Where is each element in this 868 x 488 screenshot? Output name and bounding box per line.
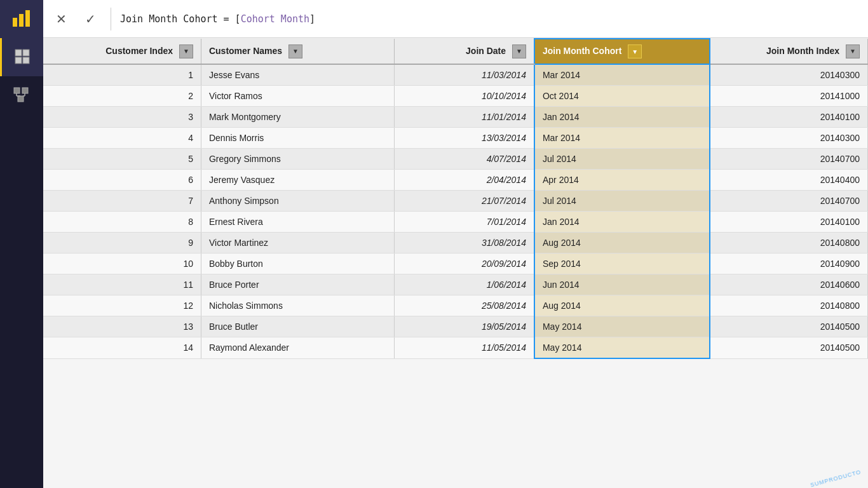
cell-customer-names: Bobby Burton (201, 254, 394, 274)
cell-customer-index: 11 (43, 274, 201, 295)
cell-join-date: 25/08/2014 (394, 295, 534, 316)
table-view-button[interactable] (0, 38, 43, 76)
cell-customer-names: Nicholas Simmons (201, 295, 394, 316)
cell-join-month-index: 20140900 (710, 254, 867, 274)
col-header-join-month-cohort[interactable]: Join Month Cohort ▼ (534, 39, 710, 64)
table-row: 8Ernest Rivera7/01/2014Jan 201420140100 (43, 212, 868, 233)
formula-text-suffix: ] (309, 13, 315, 25)
cell-join-date: 11/01/2014 (394, 107, 534, 128)
cell-customer-names: Victor Ramos (201, 86, 394, 107)
col-header-join-month-index[interactable]: Join Month Index ▼ (710, 39, 867, 64)
table-row: 14Raymond Alexander11/05/2014May 2014201… (43, 337, 868, 359)
table-row: 10Bobby Burton20/09/2014Sep 201420140900 (43, 254, 868, 274)
cell-customer-names: Jeremy Vasquez (201, 170, 394, 191)
app-logo (0, 0, 43, 38)
svg-rect-2 (25, 10, 30, 27)
cell-join-month-cohort: Sep 2014 (534, 254, 710, 274)
col-label-customer-index: Customer Index (105, 45, 173, 55)
cell-join-month-cohort: Jan 2014 (534, 212, 710, 233)
cell-customer-index: 5 (43, 149, 201, 170)
data-table: Customer Index ▼ Customer Names ▼ Join D… (43, 38, 868, 359)
cell-customer-index: 14 (43, 337, 201, 359)
table-row: 5Gregory Simmons4/07/2014Jul 20142014070… (43, 149, 868, 170)
cell-join-date: 11/05/2014 (394, 337, 534, 359)
cell-join-month-index: 20141000 (710, 86, 867, 107)
cell-customer-names: Dennis Morris (201, 128, 394, 149)
svg-rect-6 (23, 57, 29, 64)
svg-rect-5 (15, 57, 22, 64)
model-icon (13, 86, 31, 104)
cell-join-month-cohort: Apr 2014 (534, 170, 710, 191)
col-header-customer-names[interactable]: Customer Names ▼ (201, 39, 394, 64)
svg-rect-4 (23, 50, 29, 56)
cell-join-month-index: 20140100 (710, 107, 867, 128)
svg-rect-7 (14, 88, 20, 93)
col-header-join-date[interactable]: Join Date ▼ (394, 39, 534, 64)
cell-join-month-cohort: Jul 2014 (534, 191, 710, 212)
cell-join-month-cohort: Oct 2014 (534, 86, 710, 107)
cancel-button[interactable]: ✕ (50, 8, 72, 30)
confirm-button[interactable]: ✓ (79, 8, 102, 30)
cell-join-date: 19/05/2014 (394, 316, 534, 337)
cell-join-month-cohort: Jun 2014 (534, 274, 710, 295)
cell-join-month-index: 20140700 (710, 191, 867, 212)
cell-customer-index: 6 (43, 170, 201, 191)
cell-join-month-index: 20140500 (710, 316, 867, 337)
cell-join-date: 4/07/2014 (394, 149, 534, 170)
filter-join-date[interactable]: ▼ (512, 44, 526, 58)
table-container: Customer Index ▼ Customer Names ▼ Join D… (43, 38, 868, 488)
main-area: ✕ ✓ Join Month Cohort = [Cohort Month] C… (43, 0, 868, 488)
cell-customer-index: 7 (43, 191, 201, 212)
cell-customer-index: 10 (43, 254, 201, 274)
filter-customer-names[interactable]: ▼ (288, 44, 302, 58)
cell-join-month-cohort: May 2014 (534, 316, 710, 337)
col-label-join-month-index: Join Month Index (766, 45, 839, 55)
cell-customer-index: 3 (43, 107, 201, 128)
table-wrapper: Customer Index ▼ Customer Names ▼ Join D… (43, 38, 868, 359)
svg-rect-3 (15, 50, 22, 56)
formula-display[interactable]: Join Month Cohort = [Cohort Month] (120, 8, 862, 30)
cell-join-date: 20/09/2014 (394, 254, 534, 274)
filter-join-month-index[interactable]: ▼ (846, 44, 860, 58)
table-row: 2Victor Ramos10/10/2014Oct 201420141000 (43, 86, 868, 107)
header-row: Customer Index ▼ Customer Names ▼ Join D… (43, 39, 868, 64)
cell-join-month-cohort: Aug 2014 (534, 233, 710, 254)
cell-join-month-cohort: Jan 2014 (534, 107, 710, 128)
cell-customer-index: 9 (43, 233, 201, 254)
col-label-join-date: Join Date (466, 45, 506, 55)
cell-join-date: 31/08/2014 (394, 233, 534, 254)
cell-join-month-index: 20140300 (710, 64, 867, 86)
cell-customer-names: Gregory Simmons (201, 149, 394, 170)
cell-join-date: 11/03/2014 (394, 64, 534, 86)
cell-join-month-cohort: Mar 2014 (534, 128, 710, 149)
formula-text-middle: Cohort Month (241, 13, 309, 25)
col-header-customer-index[interactable]: Customer Index ▼ (43, 39, 201, 64)
cell-customer-names: Raymond Alexander (201, 337, 394, 359)
table-row: 3Mark Montgomery11/01/2014Jan 2014201401… (43, 107, 868, 128)
bar-chart-icon (11, 9, 32, 29)
table-row: 12Nicholas Simmons25/08/2014Aug 20142014… (43, 295, 868, 316)
svg-rect-9 (18, 96, 24, 102)
cell-customer-index: 4 (43, 128, 201, 149)
cell-join-month-cohort: Jul 2014 (534, 149, 710, 170)
table-row: 11Bruce Porter1/06/2014Jun 201420140600 (43, 274, 868, 295)
model-view-button[interactable] (0, 76, 43, 114)
sidebar (0, 0, 43, 488)
cell-join-date: 10/10/2014 (394, 86, 534, 107)
cell-customer-index: 2 (43, 86, 201, 107)
cell-customer-index: 8 (43, 212, 201, 233)
col-label-join-month-cohort: Join Month Cohort (543, 46, 621, 56)
cell-customer-names: Bruce Porter (201, 274, 394, 295)
cell-customer-index: 1 (43, 64, 201, 86)
cell-join-month-index: 20140400 (710, 170, 867, 191)
table-row: 9Victor Martinez31/08/2014Aug 2014201408… (43, 233, 868, 254)
cell-customer-names: Jesse Evans (201, 64, 394, 86)
table-header: Customer Index ▼ Customer Names ▼ Join D… (43, 39, 868, 64)
filter-join-month-cohort[interactable]: ▼ (628, 44, 642, 58)
filter-customer-index[interactable]: ▼ (179, 44, 193, 58)
cell-customer-names: Ernest Rivera (201, 212, 394, 233)
cell-join-month-index: 20140500 (710, 337, 867, 359)
cell-customer-names: Victor Martinez (201, 233, 394, 254)
cell-join-month-index: 20140800 (710, 295, 867, 316)
cell-join-month-index: 20140600 (710, 274, 867, 295)
